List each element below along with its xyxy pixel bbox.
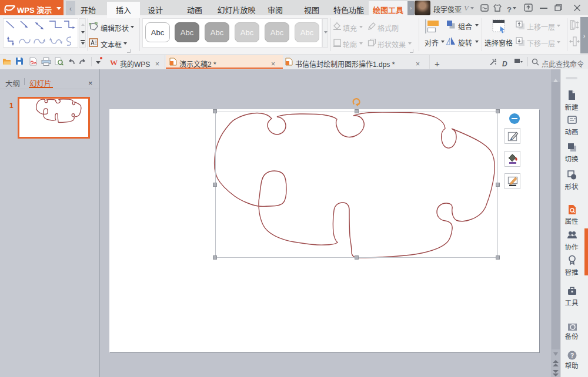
svg-text:?: ? [570, 351, 574, 359]
